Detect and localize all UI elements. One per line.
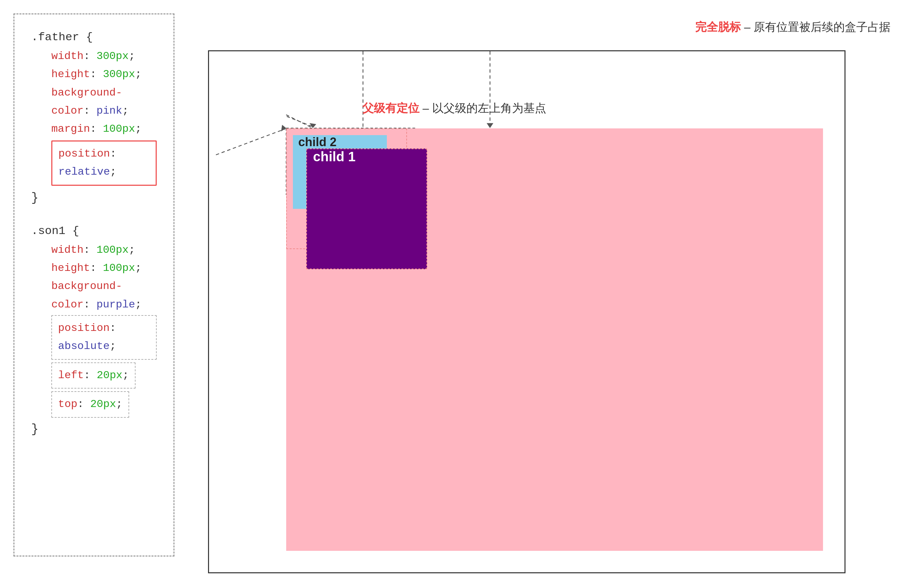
child1-label: child 1 bbox=[307, 145, 362, 169]
svg-marker-8 bbox=[281, 125, 286, 132]
demo-outer-container: child 2 child 1 bbox=[208, 50, 845, 573]
father-close-brace: } bbox=[31, 188, 157, 208]
annotation-parent-red: 父级有定位 bbox=[362, 102, 419, 114]
child1-box: child 1 bbox=[306, 148, 427, 269]
svg-line-1 bbox=[286, 115, 313, 128]
annotation-top: 完全脱标 – 原有位置被后续的盒子占据 bbox=[695, 20, 891, 35]
son1-prop-left: left: 20px; bbox=[51, 362, 135, 388]
svg-marker-4 bbox=[487, 123, 493, 128]
annotation-parent-positioned: 父级有定位 – 以父级的左上角为基点 bbox=[362, 100, 546, 116]
annotation-fully-detached: 完全脱标 bbox=[695, 20, 741, 33]
code-block-son1: .son1 { width: 100px; height: 100px; bac… bbox=[31, 222, 157, 439]
son1-prop-top: top: 20px; bbox=[51, 391, 129, 417]
prop-width: width: 300px; bbox=[51, 47, 157, 65]
prop-position-relative: position: relative; bbox=[51, 140, 157, 186]
annotation-parent-desc: – 以父级的左上角为基点 bbox=[422, 102, 546, 114]
prop-height: height: 300px; bbox=[51, 65, 157, 84]
son1-close-brace: } bbox=[31, 419, 157, 439]
right-panel: 完全脱标 – 原有位置被后续的盒子占据 父级有定位 – 以父级的左上角为基点 bbox=[175, 13, 911, 581]
son1-prop-position: position: absolute; bbox=[51, 315, 157, 360]
son1-prop-height: height: 100px; bbox=[51, 259, 157, 277]
svg-line-7 bbox=[216, 129, 285, 155]
son1-selector: .son1 { bbox=[31, 222, 157, 241]
left-panel: .father { width: 300px; height: 300px; b… bbox=[13, 13, 175, 556]
son1-prop-bg: background-color: purple; bbox=[51, 277, 157, 314]
father-selector: .father { bbox=[31, 28, 157, 47]
father-box: child 2 child 1 bbox=[286, 128, 823, 551]
svg-marker-2 bbox=[310, 123, 317, 128]
son1-prop-width: width: 100px; bbox=[51, 241, 157, 259]
prop-margin: margin: 100px; bbox=[51, 120, 157, 138]
prop-bg-color: background-color: pink; bbox=[51, 84, 157, 120]
annotation-top-description: – 原有位置被后续的盒子占据 bbox=[744, 20, 891, 33]
code-block-father: .father { width: 300px; height: 300px; b… bbox=[31, 28, 157, 208]
